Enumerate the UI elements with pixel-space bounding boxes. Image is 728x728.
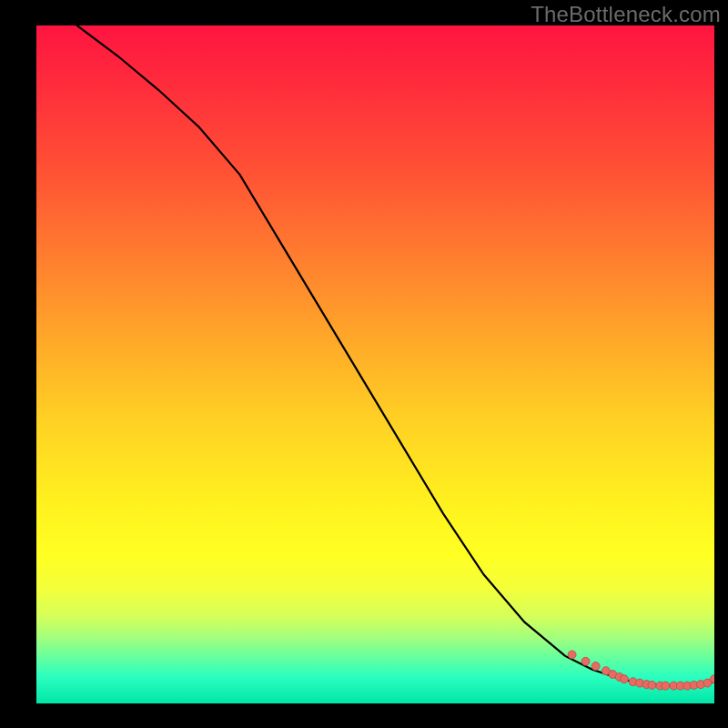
plot-area (36, 25, 714, 703)
data-point (592, 662, 600, 671)
watermark-text: TheBottleneck.com (531, 2, 721, 27)
data-point (620, 675, 628, 683)
data-point (581, 657, 590, 665)
data-point (648, 681, 656, 689)
scatter-dots (568, 651, 714, 690)
curve-line (77, 25, 714, 686)
data-point (662, 682, 670, 690)
chart-overlay (36, 25, 714, 703)
chart-frame: TheBottleneck.com (0, 0, 728, 728)
data-point (568, 651, 576, 659)
